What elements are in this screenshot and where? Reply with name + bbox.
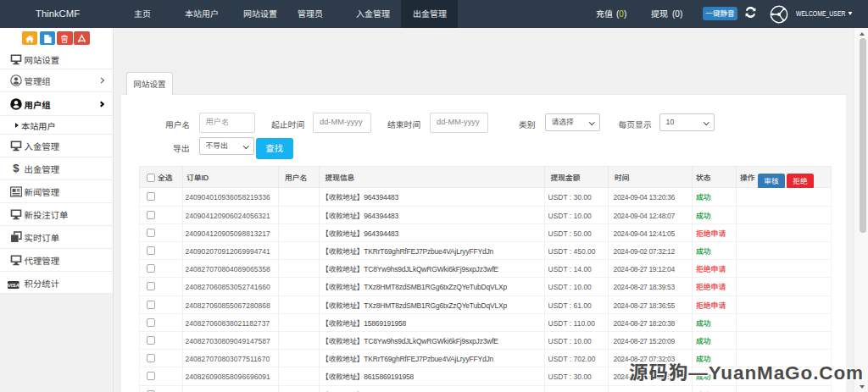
svg-text:$: $	[13, 163, 19, 174]
svg-text:VISA: VISA	[8, 282, 19, 287]
